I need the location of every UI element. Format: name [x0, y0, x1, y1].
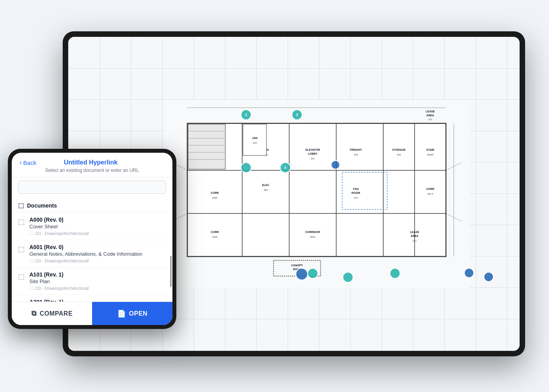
doc-info-a101: A101 (Rev. 1) Site Plan ⬚ /10 - Drawings…	[29, 271, 166, 291]
markup-dot-blue-2[interactable]	[464, 268, 474, 278]
phone-content[interactable]: ⬚ Documents ⬚ A000 (Rev. 0) Cover Sheet …	[12, 197, 172, 302]
doc-item-a001[interactable]: ⬚ A001 (Rev. 0) General Notes, Abbreviat…	[12, 240, 172, 267]
svg-text:ELEVATOR: ELEVATOR	[305, 148, 320, 151]
svg-text:201.4: 201.4	[427, 193, 433, 195]
phone-header: ‹ Back Untitled Hyperlink Select an exis…	[12, 153, 172, 177]
doc-file-icon-a000: ⬚	[18, 217, 25, 226]
svg-text:LEASE: LEASE	[410, 231, 419, 233]
svg-text:2026: 2026	[212, 236, 217, 238]
documents-section-icon: ⬚	[18, 202, 24, 209]
svg-text:210: 210	[354, 197, 358, 199]
svg-text:203: 203	[253, 142, 257, 144]
doc-info-a001: A001 (Rev. 0) General Notes, Abbreviatio…	[29, 244, 166, 263]
svg-text:LOBBY: LOBBY	[308, 152, 317, 155]
doc-title-a000: A000 (Rev. 0)	[29, 217, 166, 223]
markup-dot-6[interactable]	[390, 268, 400, 279]
doc-path-a001: ⬚ /10 - Drawings/Architectural/	[29, 258, 166, 263]
doc-path-icon-a001: ⬚	[29, 258, 33, 263]
doc-path-text-a101: /10 - Drawings/Architectural/	[35, 286, 89, 291]
open-button[interactable]: 📄 OPEN	[92, 302, 172, 325]
scroll-indicator	[170, 256, 172, 270]
svg-text:ROOM: ROOM	[352, 191, 360, 194]
doc-path-icon-a101: ⬚	[29, 285, 33, 291]
svg-rect-48	[243, 124, 266, 155]
svg-text:CORR: CORR	[210, 231, 219, 233]
doc-item-a000[interactable]: ⬚ A000 (Rev. 0) Cover Sheet ⬚ /10 - Draw…	[12, 212, 172, 240]
dialog-title: Untitled Hyperlink	[36, 159, 145, 166]
compare-label: COMPARE	[40, 310, 72, 317]
markup-dot-7[interactable]	[307, 268, 318, 279]
floorplan-svg: WOMEN 204 MEN 205 ELEC 306 ELEVATOR LOBB…	[164, 100, 469, 288]
back-chevron-icon: ‹	[20, 159, 22, 166]
svg-text:222: 222	[413, 240, 417, 242]
doc-item-a101[interactable]: ⬚ A101 (Rev. 1) Site Plan ⬚ /10 - Drawin…	[12, 267, 172, 294]
svg-text:CORR: CORR	[210, 191, 219, 194]
svg-text:STORAGE: STORAGE	[392, 148, 406, 151]
search-wrapper: 🔍	[18, 181, 166, 194]
svg-text:203: 203	[354, 154, 358, 156]
documents-section-header: ⬚ Documents	[12, 197, 172, 212]
doc-path-icon-a000: ⬚	[29, 231, 33, 236]
compare-button[interactable]: ⧉ COMPARE	[12, 302, 92, 325]
svg-text:CANOPY: CANOPY	[291, 264, 303, 267]
back-label: Back	[23, 159, 36, 166]
doc-path-text-a001: /10 - Drawings/Architectural/	[35, 258, 89, 263]
back-button[interactable]: ‹ Back	[20, 159, 36, 166]
doc-info-a000: A000 (Rev. 0) Cover Sheet ⬚ /10 - Drawin…	[29, 217, 166, 236]
compare-icon: ⧉	[31, 309, 37, 318]
svg-rect-42	[188, 124, 225, 169]
documents-section-label: Documents	[27, 202, 57, 209]
svg-text:AREA: AREA	[426, 114, 434, 117]
doc-file-icon-a001: ⬚	[18, 245, 25, 253]
svg-text:ELEC: ELEC	[262, 184, 269, 186]
markup-dot-blue-4[interactable]	[295, 268, 308, 280]
markup-dot-blue-1[interactable]	[331, 160, 340, 170]
dialog-subtitle: Select an existing document or enter an …	[20, 168, 165, 173]
markup-dot-3[interactable]: 4	[280, 162, 291, 173]
svg-text:282A: 282A	[310, 236, 315, 238]
markup-dot-4[interactable]	[241, 162, 252, 173]
search-input[interactable]	[18, 181, 166, 194]
markup-dot-1[interactable]: 2	[241, 109, 252, 120]
svg-text:CORRIDOR: CORRIDOR	[305, 231, 320, 233]
doc-name-a000: Cover Sheet	[29, 224, 166, 229]
doc-path-text-a000: /10 - Drawings/Architectural/	[35, 231, 89, 236]
doc-file-icon-a201: ⬚	[18, 300, 25, 302]
svg-text:JAN: JAN	[252, 137, 257, 139]
doc-path-a101: ⬚ /10 - Drawings/Architectural/	[29, 285, 166, 291]
svg-text:AREA: AREA	[411, 235, 419, 237]
nav-row: ‹ Back Untitled Hyperlink	[20, 159, 165, 166]
svg-text:LEASE: LEASE	[426, 110, 435, 113]
markup-dot-2[interactable]: 3	[292, 109, 303, 120]
phone-actions: ⧉ COMPARE 📄 OPEN	[12, 302, 172, 325]
doc-name-a001: General Notes, Abbreviations, & Code Inf…	[29, 251, 166, 257]
phone-device: ‹ Back Untitled Hyperlink Select an exis…	[8, 149, 176, 329]
doc-title-a001: A001 (Rev. 0)	[29, 244, 166, 250]
doc-title-a101: A101 (Rev. 1)	[29, 271, 166, 278]
open-label: OPEN	[129, 310, 147, 317]
svg-text:CORR: CORR	[426, 188, 434, 190]
doc-title-a201: A201 (Rev. 1)	[29, 299, 166, 302]
doc-name-a101: Site Plan	[29, 278, 166, 284]
search-container: 🔍	[12, 177, 172, 197]
svg-text:FREIGHT: FREIGHT	[350, 148, 362, 151]
markup-dot-5[interactable]	[342, 272, 353, 283]
scroll-thumb	[170, 256, 172, 287]
doc-info-a201: A201 (Rev. 1) Level 1 - Floor Plan ⬚ /10…	[29, 299, 166, 302]
svg-text:2026: 2026	[212, 197, 217, 199]
doc-path-a000: ⬚ /10 - Drawings/Architectural/	[29, 231, 166, 236]
svg-text:200: 200	[397, 154, 401, 156]
markup-dot-blue-3[interactable]	[484, 272, 494, 282]
open-icon: 📄	[117, 309, 126, 318]
svg-text:201: 201	[311, 157, 315, 160]
doc-item-a201[interactable]: ⬚ A201 (Rev. 1) Level 1 - Floor Plan ⬚ /…	[12, 294, 172, 302]
doc-file-icon-a101: ⬚	[18, 272, 25, 281]
svg-rect-1	[187, 123, 446, 257]
phone-screen: ‹ Back Untitled Hyperlink Select an exis…	[12, 153, 172, 325]
svg-text:306: 306	[264, 189, 268, 191]
svg-text:FAN: FAN	[353, 188, 359, 190]
svg-text:3005Z: 3005Z	[427, 154, 433, 156]
svg-text:STAIR: STAIR	[426, 148, 434, 151]
svg-text:221: 221	[428, 118, 433, 121]
